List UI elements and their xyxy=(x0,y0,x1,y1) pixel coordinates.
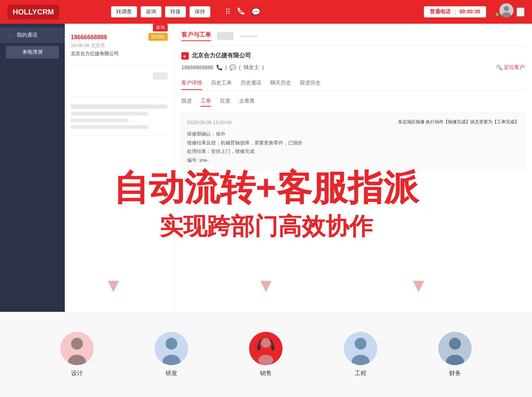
avatar-bubble-rd xyxy=(155,332,188,365)
work-order-time: 2020-09-08 13:00:00 xyxy=(187,118,232,127)
subtab-workorder[interactable]: 工单 xyxy=(201,98,211,107)
subtab-qichacha[interactable]: 企查查 xyxy=(239,98,255,107)
arrows-row: ▼ ▼ ▼ xyxy=(0,276,532,295)
header-icons: ⠿ 💬 xyxy=(225,7,261,17)
bottom-avatars: 设计 研发 xyxy=(0,312,532,397)
transfer-query-btn[interactable]: 转调查 xyxy=(111,6,137,17)
svg-point-20 xyxy=(355,338,367,350)
header-user: ⏻ xyxy=(499,3,525,20)
svg-point-7 xyxy=(71,338,83,350)
avatar-bubble-sales xyxy=(249,332,282,365)
user-avatar xyxy=(499,3,513,17)
phone-status: 普通电话 | 00:00:30 xyxy=(424,6,486,17)
company-icon: ■ xyxy=(181,52,189,60)
work-order-line2: 报修结果反馈：机械臂轴故障，需要更换零件，已报价 xyxy=(187,139,519,147)
detail-title-gray-1: ... xyxy=(217,32,234,40)
company-name: 北京合力亿捷有限公司 xyxy=(192,52,251,60)
transfer-btn[interactable]: 转接 xyxy=(165,6,186,17)
avatar-label-engineering: 工程 xyxy=(355,370,367,377)
hold-btn[interactable]: 保持 xyxy=(190,6,210,17)
company-info: ■ 北京合力亿捷有限公司 xyxy=(181,52,525,60)
arrow-down-2: ▼ xyxy=(257,276,275,295)
header: HOLLYCRM 转调查 咨询 转接 保持 ⠿ 💬 普通电话 | 00:00:3… xyxy=(0,0,532,24)
locate-customer-btn[interactable]: 🔍 定位客户 xyxy=(496,64,525,71)
tag-tech: 技能组 xyxy=(148,33,168,41)
subtab-baidu[interactable]: 百度 xyxy=(220,98,230,107)
avatar-label-rd: 研发 xyxy=(165,370,177,377)
contact-info: 18666668888 📞 | 💬 (钱女士) 🔍 定位客户 xyxy=(181,64,525,71)
avatar-item-sales: 销售 xyxy=(249,332,282,377)
arrow-down-1: ▼ xyxy=(104,276,123,295)
work-order-line1: 保修期确认：保外 xyxy=(187,130,519,138)
avatar-item-finance: 财务 xyxy=(438,332,472,377)
chat-contact-icon: 💬 xyxy=(230,64,236,70)
arrow-down-3: ▼ xyxy=(409,276,428,295)
avatar-label-finance: 财务 xyxy=(449,370,461,377)
avatar-label-sales: 销售 xyxy=(260,370,272,377)
work-order-action: 东北地区报修 执行动作【报修完成】状态变更为【工单完成】 xyxy=(398,118,519,127)
work-order-header: 2020-09-08 13:00:00 东北地区报修 执行动作【报修完成】状态变… xyxy=(187,118,519,127)
sub-tabs: 跟进 工单 百度 企查查 xyxy=(181,98,525,107)
call-tags: SEM 咨询 技能组 xyxy=(148,24,168,60)
svg-text:■: ■ xyxy=(183,54,185,58)
call-time-city: 16:06:06 北京市 xyxy=(71,42,119,49)
placeholder-row-1 xyxy=(71,68,168,97)
sidebar-item-my-calls[interactable]: 📞 我的通话 xyxy=(0,27,65,43)
subtab-follow[interactable]: 跟进 xyxy=(181,98,192,107)
call-list-item[interactable]: 18666668888 16:06:06 北京市 北京合力亿捷有限公司 SEM … xyxy=(71,30,168,65)
placeholder-row-2 xyxy=(71,100,168,136)
svg-rect-15 xyxy=(257,345,260,350)
tab-history-workorder[interactable]: 历史工单 xyxy=(211,77,232,90)
logo: HOLLYCRM xyxy=(7,5,59,19)
detail-panel-header: 客户与工单 ... xyxy=(181,31,525,46)
avatar-container xyxy=(499,3,513,20)
main-wrapper: 📞 我的通话 来电弹屏 18666668888 16:06:06 北京市 北京合… xyxy=(0,24,532,397)
work-order-line4: 编号: she- xyxy=(187,156,519,164)
svg-point-23 xyxy=(449,338,461,350)
contact-name: ( xyxy=(239,64,241,70)
svg-point-18 xyxy=(258,355,273,365)
avatar-label-design: 设计 xyxy=(71,370,83,377)
tab-follow-history[interactable]: 跟进历史 xyxy=(300,77,321,90)
tab-history-calls[interactable]: 历史通话 xyxy=(241,77,261,90)
phone-nav-icon: 📞 xyxy=(7,32,14,38)
popup-screen-btn[interactable]: 来电弹屏 xyxy=(6,46,59,59)
avatar-bubble-design xyxy=(60,332,94,365)
online-indicator xyxy=(496,13,499,16)
power-button[interactable]: ⏻ xyxy=(516,7,525,17)
grid-icon[interactable]: ⠿ xyxy=(225,7,231,16)
phone-contact-icon: 📞 xyxy=(216,64,222,70)
detail-section-title: 客户与工单 xyxy=(181,31,211,41)
tag-consult: 咨询 xyxy=(153,24,168,31)
svg-point-10 xyxy=(165,338,177,350)
chat-icon[interactable]: 💬 xyxy=(251,7,261,16)
detail-title-gray-2 xyxy=(240,36,257,37)
avatar-item-design: 设计 xyxy=(60,332,94,377)
caller-company: 北京合力亿捷有限公司 xyxy=(71,50,119,57)
tab-customer-detail[interactable]: 客户详情 xyxy=(181,77,202,90)
svg-rect-16 xyxy=(271,345,274,350)
avatar-item-rd: 研发 xyxy=(155,332,188,377)
avatar-bubble-finance xyxy=(438,332,472,365)
work-order-line3: 处理结果：安排上门，维修完成 xyxy=(187,147,519,156)
avatar-item-engineering: 工程 xyxy=(344,332,377,377)
detail-tabs: 客户详情 历史工单 历史通话 聊天历史 跟进历史 xyxy=(181,77,525,90)
caller-phone: 18666668888 xyxy=(71,34,119,41)
separator: | xyxy=(225,64,227,70)
tab-chat-history[interactable]: 聊天历史 xyxy=(270,77,291,90)
avatar-bubble-engineering xyxy=(344,332,377,365)
contact-phone: 18666668888 xyxy=(181,64,213,70)
header-actions: 转调查 咨询 转接 保持 xyxy=(111,6,210,17)
search-locate-icon: 🔍 xyxy=(496,64,502,70)
phone-down-icon[interactable] xyxy=(237,7,245,17)
work-order-entry: 2020-09-08 13:00:00 东北地区报修 执行动作【报修完成】状态变… xyxy=(181,113,525,170)
svg-point-2 xyxy=(504,6,509,11)
consult-btn[interactable]: 咨询 xyxy=(141,6,161,17)
svg-point-17 xyxy=(261,338,271,348)
